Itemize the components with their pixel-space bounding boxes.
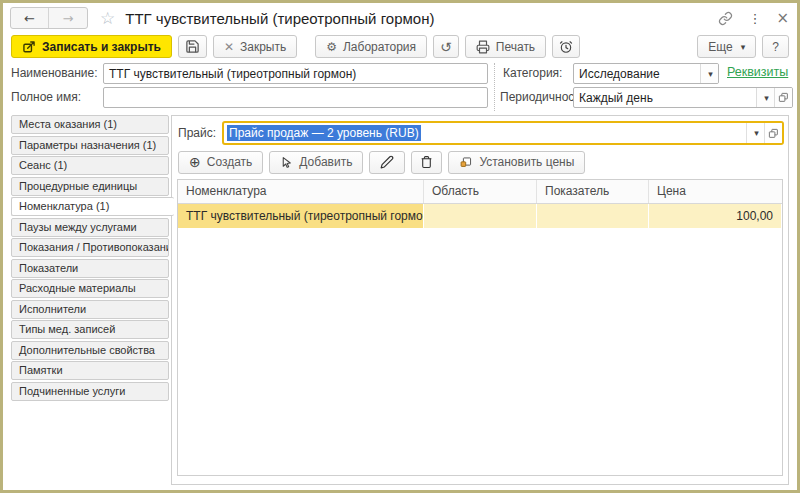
full-name-input[interactable] (103, 87, 488, 108)
periodicity-dropdown-button[interactable]: ▾ (756, 88, 774, 107)
sidebar-tab-performers[interactable]: Исполнители (11, 300, 169, 319)
column-header-price[interactable]: Цена (649, 180, 782, 203)
trash-icon (420, 155, 433, 169)
sidebar-tab-assignment-params[interactable]: Параметры назначения (1) (11, 136, 169, 155)
full-name-label: Полное имя: (11, 90, 81, 104)
history-button[interactable]: ↺ (433, 35, 459, 58)
cell-indicator[interactable] (537, 204, 649, 228)
more-button[interactable]: Еще ▾ (697, 35, 756, 58)
save-floppy-icon (185, 39, 200, 54)
forward-arrow-icon[interactable]: → (49, 8, 87, 28)
history-icon: ↺ (440, 39, 452, 55)
print-button[interactable]: Печать (465, 35, 546, 58)
get-link-icon[interactable] (718, 11, 733, 26)
content-area: Места оказания (1) Параметры назначения … (11, 115, 795, 485)
price-row: Прайс: Прайс продаж — 2 уровень (RUB) ▾ (178, 121, 784, 145)
add-button[interactable]: Добавить (269, 151, 363, 174)
open-icon (768, 128, 779, 139)
name-label: Наименование: (11, 66, 98, 80)
page-title: ТТГ чувствительный (тиреотропный гормон) (125, 10, 434, 27)
printer-icon (476, 40, 490, 54)
set-prices-icon (459, 156, 473, 169)
save-and-close-button[interactable]: Записать и закрыть (11, 35, 172, 58)
pencil-icon (380, 155, 394, 169)
window-close-icon[interactable]: × (776, 9, 789, 27)
price-open-button[interactable] (764, 123, 782, 143)
chevron-down-icon: ▾ (741, 42, 746, 52)
back-arrow-icon[interactable]: ← (11, 8, 49, 28)
sidebar-tab-consumables[interactable]: Расходные материалы (11, 279, 169, 298)
delete-button[interactable] (411, 151, 442, 174)
table-command-bar: ⊕ Создать Добавить (178, 150, 585, 174)
column-header-indicator[interactable]: Показатель (537, 180, 649, 203)
sidebar-tab-nomenclature[interactable]: Номенклатура (1) (11, 197, 174, 216)
table-row[interactable]: ТТГ чувствительный (тиреотропный гормон)… (178, 204, 782, 228)
title-bar: ← → ☆ ТТГ чувствительный (тиреотропный г… (3, 3, 797, 30)
sidebar-tab-procedure-units[interactable]: Процедурные единицы (11, 177, 169, 196)
edit-button[interactable] (369, 151, 405, 174)
chevron-down-icon: ▾ (708, 69, 713, 79)
price-dropdown-button[interactable]: ▾ (746, 123, 764, 143)
nomenclature-table: Номенклатура Область Показатель Цена ТТГ… (177, 179, 783, 476)
cell-region[interactable] (424, 204, 537, 228)
nomenclature-panel: Прайс: Прайс продаж — 2 уровень (RUB) ▾ (171, 115, 789, 485)
sidebar-tab-memos[interactable]: Памятки (11, 361, 169, 380)
column-header-region[interactable]: Область (424, 180, 537, 203)
sidebar-tab-subordinate-services[interactable]: Подчиненные услуги (11, 382, 169, 401)
category-label: Категория: (503, 66, 562, 80)
sidebar-tab-places[interactable]: Места оказания (1) (11, 115, 169, 134)
open-icon (778, 92, 789, 103)
favorite-star-icon[interactable]: ☆ (100, 8, 115, 28)
sidebar-tab-med-record-types[interactable]: Типы мед. записей (11, 320, 169, 339)
nav-history-group: ← → (10, 7, 88, 29)
cursor-arrow-icon (280, 156, 293, 169)
cell-price[interactable]: 100,00 (649, 204, 782, 228)
save-button[interactable] (178, 35, 207, 58)
sidebar-tab-pauses[interactable]: Паузы между услугами (11, 218, 169, 237)
app-window: ← → ☆ ТТГ чувствительный (тиреотропный г… (0, 0, 800, 493)
table-header: Номенклатура Область Показатель Цена (178, 180, 782, 204)
reminder-button[interactable] (552, 35, 580, 58)
alarm-clock-icon (559, 40, 573, 54)
window-menu-icon[interactable]: ⋮ (748, 11, 761, 26)
header-form: Наименование: ТТГ чувствительный (тиреот… (3, 61, 797, 113)
category-dropdown-button[interactable]: ▾ (700, 64, 718, 83)
create-button[interactable]: ⊕ Создать (178, 151, 263, 174)
close-button[interactable]: ✕ Закрыть (213, 35, 297, 58)
chevron-down-icon: ▾ (764, 93, 769, 103)
name-input[interactable]: ТТГ чувствительный (тиреотропный гормон) (103, 63, 488, 84)
periodicity-open-button[interactable] (774, 88, 792, 107)
price-selected-text: Прайс продаж — 2 уровень (RUB) (227, 125, 421, 141)
sidebar-tab-additional-properties[interactable]: Дополнительные свойства (11, 341, 169, 360)
sidebar-tab-indications[interactable]: Показания / Противопоказания (11, 238, 169, 257)
gear-icon: ⚙ (326, 40, 337, 54)
chevron-down-icon: ▾ (754, 128, 759, 138)
price-select[interactable]: Прайс продаж — 2 уровень (RUB) ▾ (222, 121, 784, 145)
laboratory-button[interactable]: ⚙ Лаборатория (315, 35, 427, 58)
cell-nomenclature[interactable]: ТТГ чувствительный (тиреотропный гормон) (178, 204, 424, 228)
toolbar: Записать и закрыть ✕ Закрыть ⚙ Лаборатор… (3, 32, 797, 61)
save-and-close-icon (22, 40, 36, 54)
sidebar-tabs: Места оказания (1) Параметры назначения … (11, 115, 174, 402)
set-prices-button[interactable]: Установить цены (448, 151, 585, 174)
column-header-nomenclature[interactable]: Номенклатура (178, 180, 424, 203)
price-label: Прайс: (178, 126, 216, 140)
periodicity-select[interactable]: Каждый день ▾ (573, 87, 793, 108)
close-x-icon: ✕ (224, 40, 234, 54)
plus-circle-icon: ⊕ (189, 154, 201, 170)
category-select[interactable]: Исследование ▾ (573, 63, 719, 84)
requisites-link[interactable]: Реквизиты (727, 65, 788, 79)
form-column-separator (494, 63, 495, 111)
help-button[interactable]: ? (762, 35, 789, 58)
sidebar-tab-indicators[interactable]: Показатели (11, 259, 169, 278)
sidebar-tab-session[interactable]: Сеанс (1) (11, 156, 169, 175)
